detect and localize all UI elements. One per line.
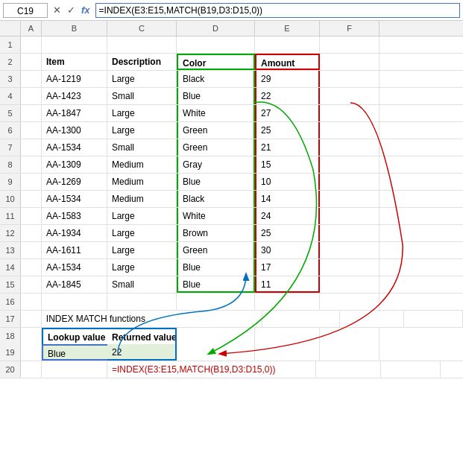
cell-f17[interactable] <box>404 311 463 327</box>
cell-a4[interactable] <box>21 88 42 104</box>
cell-f1[interactable] <box>320 37 379 53</box>
cell-a6[interactable] <box>21 122 42 139</box>
cell-c15[interactable]: Small <box>107 276 177 293</box>
col-header-c[interactable]: C <box>107 21 177 36</box>
cell-b1[interactable] <box>42 37 107 53</box>
cell-b10[interactable]: AA-1534 <box>42 191 107 207</box>
cell-a12[interactable] <box>21 225 42 241</box>
cell-c7[interactable]: Small <box>107 139 177 156</box>
cell-f3[interactable] <box>320 71 379 87</box>
cell-b7[interactable]: AA-1534 <box>42 139 107 156</box>
col-header-d[interactable]: D <box>177 21 255 36</box>
cell-c11[interactable]: Large <box>107 208 177 224</box>
col-header-f[interactable]: F <box>320 21 379 36</box>
cell-a3[interactable] <box>21 71 42 87</box>
cell-e16[interactable] <box>255 293 320 310</box>
cell-a14[interactable] <box>21 259 42 276</box>
cell-d16[interactable] <box>177 293 255 310</box>
cell-c12[interactable]: Large <box>107 225 177 241</box>
cell-c20-formula-text[interactable]: =INDEX(E3:E15,MATCH(B19,D3:D15,0)) <box>107 361 316 378</box>
cell-b11[interactable]: AA-1583 <box>42 208 107 224</box>
cell-f8[interactable] <box>320 156 379 173</box>
cell-b17-index-match-label[interactable]: INDEX MATCH functions <box>42 311 262 327</box>
cell-d11[interactable]: White <box>177 208 255 224</box>
cell-d15[interactable]: Blue <box>177 276 255 293</box>
cell-a7[interactable] <box>21 139 42 156</box>
cell-f9[interactable] <box>320 174 379 190</box>
cell-f11[interactable] <box>320 208 379 224</box>
cell-a17[interactable] <box>21 311 42 327</box>
cell-a20[interactable] <box>21 361 42 378</box>
cell-d6[interactable]: Green <box>177 122 255 139</box>
cell-a1[interactable] <box>21 37 42 53</box>
formula-confirm-icon[interactable]: ✓ <box>65 4 78 16</box>
cell-e1[interactable] <box>255 37 320 53</box>
cell-f12[interactable] <box>320 225 379 241</box>
cell-e17[interactable] <box>340 311 404 327</box>
cell-f20[interactable] <box>381 361 441 378</box>
cell-e3[interactable]: 29 <box>255 71 320 87</box>
cell-d1[interactable] <box>177 37 255 53</box>
cell-e5[interactable]: 27 <box>255 105 320 121</box>
cell-d2[interactable]: Color <box>177 54 255 70</box>
cell-a2[interactable] <box>21 54 42 70</box>
col-header-a[interactable]: A <box>21 21 42 36</box>
cell-c16[interactable] <box>107 293 177 310</box>
cell-a19[interactable] <box>21 344 42 361</box>
cell-d10[interactable]: Black <box>177 191 255 207</box>
cell-d18[interactable] <box>177 328 255 344</box>
cell-b14[interactable]: AA-1534 <box>42 259 107 276</box>
cell-c10[interactable]: Medium <box>107 191 177 207</box>
cell-a10[interactable] <box>21 191 42 207</box>
cell-f15[interactable] <box>320 276 379 293</box>
cell-c3[interactable]: Large <box>107 71 177 87</box>
cell-c14[interactable]: Large <box>107 259 177 276</box>
cell-d4[interactable]: Blue <box>177 88 255 104</box>
cell-f18[interactable] <box>320 328 379 344</box>
cell-a16[interactable] <box>21 293 42 310</box>
cell-e9[interactable]: 10 <box>255 174 320 190</box>
cell-e8[interactable]: 15 <box>255 156 320 173</box>
cell-b12[interactable]: AA-1934 <box>42 225 107 241</box>
cell-f5[interactable] <box>320 105 379 121</box>
cell-c1[interactable] <box>107 37 177 53</box>
formula-input[interactable] <box>95 3 460 18</box>
cell-e10[interactable]: 14 <box>255 191 320 207</box>
cell-c5[interactable]: Large <box>107 105 177 121</box>
cell-c9[interactable]: Medium <box>107 174 177 190</box>
cell-a11[interactable] <box>21 208 42 224</box>
cell-b8[interactable]: AA-1309 <box>42 156 107 173</box>
cell-c19-result[interactable]: 22 <box>107 344 177 361</box>
cell-e15[interactable]: 11 <box>255 276 320 293</box>
cell-a9[interactable] <box>21 174 42 190</box>
cell-d14[interactable]: Blue <box>177 259 255 276</box>
cell-b4[interactable]: AA-1423 <box>42 88 107 104</box>
cell-f4[interactable] <box>320 88 379 104</box>
cell-e20[interactable] <box>316 361 381 378</box>
cell-f19[interactable] <box>320 344 379 361</box>
cell-f10[interactable] <box>320 191 379 207</box>
cell-d13[interactable]: Green <box>177 242 255 258</box>
cell-c8[interactable]: Medium <box>107 156 177 173</box>
cell-c6[interactable]: Large <box>107 122 177 139</box>
cell-d5[interactable]: White <box>177 105 255 121</box>
cell-e11[interactable]: 24 <box>255 208 320 224</box>
cell-d7[interactable]: Green <box>177 139 255 156</box>
cell-e2[interactable]: Amount <box>255 54 320 70</box>
cell-a13[interactable] <box>21 242 42 258</box>
cell-f2[interactable] <box>320 54 379 70</box>
cell-c4[interactable]: Small <box>107 88 177 104</box>
cell-d12[interactable]: Brown <box>177 225 255 241</box>
cell-e18[interactable] <box>255 328 320 344</box>
cell-f13[interactable] <box>320 242 379 258</box>
cell-a5[interactable] <box>21 105 42 121</box>
cell-c13[interactable]: Large <box>107 242 177 258</box>
cell-d3[interactable]: Black <box>177 71 255 87</box>
cell-d8[interactable]: Gray <box>177 156 255 173</box>
cell-d9[interactable]: Blue <box>177 174 255 190</box>
cell-f16[interactable] <box>320 293 379 310</box>
cell-b16[interactable] <box>42 293 107 310</box>
formula-fx-icon[interactable]: fx <box>79 4 92 16</box>
cell-b19-lookup-input[interactable]: Blue <box>42 344 107 361</box>
cell-b13[interactable]: AA-1611 <box>42 242 107 258</box>
